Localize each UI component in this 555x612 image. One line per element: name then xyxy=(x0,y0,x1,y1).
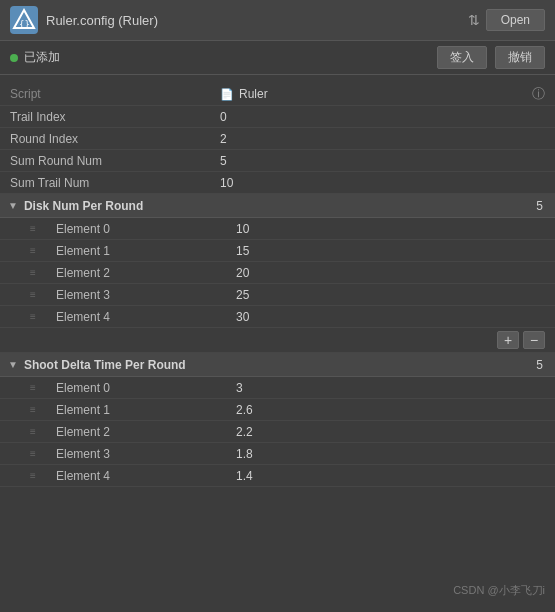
disk-element-label: Element 0 xyxy=(56,222,236,236)
status-right: 签入 撤销 xyxy=(437,46,545,69)
shoot-section-count: 5 xyxy=(536,358,543,372)
sum-round-num-label: Sum Round Num xyxy=(10,154,220,168)
disk-section-title: Disk Num Per Round xyxy=(24,199,536,213)
shoot-array-item: ≡ Element 2 2.2 xyxy=(0,421,555,443)
shoot-element-value[interactable]: 2.2 xyxy=(236,425,545,439)
unity-logo-icon: {} xyxy=(10,6,38,34)
cancel-button[interactable]: 撤销 xyxy=(495,46,545,69)
disk-element-label: Element 3 xyxy=(56,288,236,302)
drag-handle-icon: ≡ xyxy=(30,311,46,322)
drag-handle-icon: ≡ xyxy=(30,223,46,234)
sign-in-button[interactable]: 签入 xyxy=(437,46,487,69)
disk-section-count: 5 xyxy=(536,199,543,213)
disk-chevron-icon: ▼ xyxy=(8,200,18,211)
disk-elements-container: ≡ Element 0 10 ≡ Element 1 15 ≡ Element … xyxy=(0,218,555,328)
sum-round-num-value[interactable]: 5 xyxy=(220,154,545,168)
drag-handle-icon: ≡ xyxy=(30,448,46,459)
shoot-array-item: ≡ Element 1 2.6 xyxy=(0,399,555,421)
sum-trail-num-value[interactable]: 10 xyxy=(220,176,545,190)
drag-handle-icon: ≡ xyxy=(30,404,46,415)
watermark: CSDN @小李飞刀i xyxy=(453,583,545,598)
sum-trail-num-row: Sum Trail Num 10 xyxy=(0,172,555,194)
disk-array-item: ≡ Element 2 20 xyxy=(0,262,555,284)
shoot-element-value[interactable]: 2.6 xyxy=(236,403,545,417)
round-index-label: Round Index xyxy=(10,132,220,146)
shoot-element-value[interactable]: 3 xyxy=(236,381,545,395)
title-bar: {} Ruler.config (Ruler) ⇅ Open xyxy=(0,0,555,41)
disk-array-item: ≡ Element 4 30 xyxy=(0,306,555,328)
status-dot xyxy=(10,54,18,62)
drag-handle-icon: ≡ xyxy=(30,245,46,256)
drag-handle-icon: ≡ xyxy=(30,426,46,437)
status-text: 已添加 xyxy=(24,49,60,66)
trail-index-label: Trail Index xyxy=(10,110,220,124)
shoot-element-label: Element 4 xyxy=(56,469,236,483)
title-bar-right: ⇅ Open xyxy=(468,9,545,31)
trail-index-value[interactable]: 0 xyxy=(220,110,545,124)
sum-trail-num-label: Sum Trail Num xyxy=(10,176,220,190)
drag-handle-icon: ≡ xyxy=(30,470,46,481)
svg-text:{}: {} xyxy=(19,19,30,29)
title-bar-left: {} Ruler.config (Ruler) xyxy=(10,6,158,34)
main-content: Script 📄 Ruler ⓘ Trail Index 0 Round Ind… xyxy=(0,75,555,495)
shoot-element-label: Element 2 xyxy=(56,425,236,439)
disk-element-label: Element 2 xyxy=(56,266,236,280)
shoot-element-label: Element 0 xyxy=(56,381,236,395)
sum-round-num-row: Sum Round Num 5 xyxy=(0,150,555,172)
shoot-array-item: ≡ Element 3 1.8 xyxy=(0,443,555,465)
open-button[interactable]: Open xyxy=(486,9,545,31)
shoot-array-item: ≡ Element 4 1.4 xyxy=(0,465,555,487)
script-value: Ruler xyxy=(239,87,268,101)
disk-element-value[interactable]: 20 xyxy=(236,266,545,280)
script-file-icon: 📄 xyxy=(220,88,234,101)
shoot-element-value[interactable]: 1.8 xyxy=(236,447,545,461)
round-index-row: Round Index 2 xyxy=(0,128,555,150)
drag-handle-icon: ≡ xyxy=(30,289,46,300)
shoot-elements-container: ≡ Element 0 3 ≡ Element 1 2.6 ≡ Element … xyxy=(0,377,555,487)
trail-index-row: Trail Index 0 xyxy=(0,106,555,128)
round-index-value[interactable]: 2 xyxy=(220,132,545,146)
drag-handle-icon: ≡ xyxy=(30,382,46,393)
pin-icon[interactable]: ⇅ xyxy=(468,12,480,28)
disk-array-item: ≡ Element 0 10 xyxy=(0,218,555,240)
disk-array-item: ≡ Element 1 15 xyxy=(0,240,555,262)
shoot-chevron-icon: ▼ xyxy=(8,359,18,370)
info-icon: ⓘ xyxy=(532,85,545,103)
status-bar: 已添加 签入 撤销 xyxy=(0,41,555,75)
shoot-array-item: ≡ Element 0 3 xyxy=(0,377,555,399)
shoot-element-label: Element 3 xyxy=(56,447,236,461)
disk-element-value[interactable]: 25 xyxy=(236,288,545,302)
disk-add-button[interactable]: + xyxy=(497,331,519,349)
script-value-container: 📄 Ruler ⓘ xyxy=(220,85,545,103)
shoot-section-header[interactable]: ▼ Shoot Delta Time Per Round 5 xyxy=(0,353,555,377)
script-row: Script 📄 Ruler ⓘ xyxy=(0,83,555,106)
disk-array-item: ≡ Element 3 25 xyxy=(0,284,555,306)
window-title: Ruler.config (Ruler) xyxy=(46,13,158,28)
shoot-section-title: Shoot Delta Time Per Round xyxy=(24,358,536,372)
shoot-element-value[interactable]: 1.4 xyxy=(236,469,545,483)
disk-element-label: Element 1 xyxy=(56,244,236,258)
disk-remove-button[interactable]: − xyxy=(523,331,545,349)
script-label: Script xyxy=(10,87,220,101)
disk-element-value[interactable]: 30 xyxy=(236,310,545,324)
disk-element-label: Element 4 xyxy=(56,310,236,324)
disk-element-value[interactable]: 10 xyxy=(236,222,545,236)
disk-element-value[interactable]: 15 xyxy=(236,244,545,258)
disk-section-header[interactable]: ▼ Disk Num Per Round 5 xyxy=(0,194,555,218)
status-left: 已添加 xyxy=(10,49,60,66)
drag-handle-icon: ≡ xyxy=(30,267,46,278)
disk-array-controls: + − xyxy=(0,328,555,353)
shoot-element-label: Element 1 xyxy=(56,403,236,417)
